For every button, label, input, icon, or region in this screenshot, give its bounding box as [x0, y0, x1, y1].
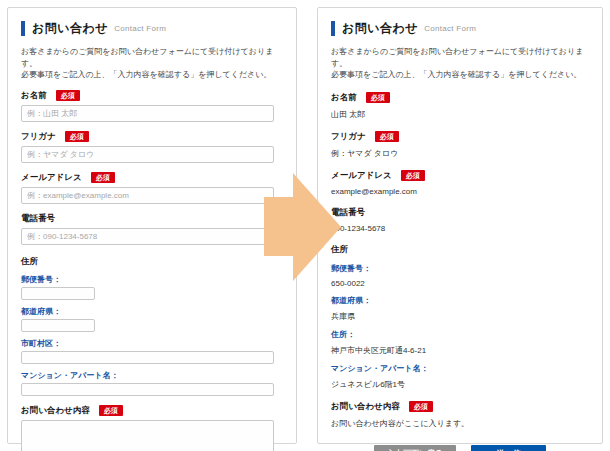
- form-header: お問い合わせ Contact Form: [21, 20, 283, 37]
- building-name-value: ジュネスビル6階1号: [331, 379, 589, 390]
- address-value: 神戸市中央区元町通4-6-21: [331, 345, 589, 356]
- required-badge: 必須: [91, 172, 115, 183]
- field-message: お問い合わせ内容 必須: [21, 405, 283, 451]
- postal-code-label: 郵便番号：: [331, 263, 589, 274]
- address-label: 住所：: [331, 329, 589, 340]
- message-textarea[interactable]: [21, 420, 274, 451]
- name-input[interactable]: [21, 105, 274, 122]
- postal-code-input[interactable]: [21, 287, 95, 300]
- name-value: 山田 太郎: [331, 109, 589, 120]
- required-badge: 必須: [56, 90, 80, 101]
- required-badge: 必須: [366, 92, 390, 103]
- field-kana: フリガナ 必須: [21, 131, 283, 163]
- intro-text: お客さまからのご質問をお問い合わせフォームにて受け付けております。 必要事項をご…: [331, 46, 589, 81]
- prefecture-label: 都道府県：: [331, 295, 589, 306]
- name-label: お名前: [331, 92, 357, 104]
- kana-label: フリガナ: [21, 131, 56, 143]
- confirm-field-email: メールアドレス 必須 example@example.com: [331, 170, 589, 196]
- page-title: お問い合わせ: [342, 20, 418, 37]
- confirm-field-name: お名前 必須 山田 太郎: [331, 92, 589, 120]
- confirmation-actions: 入力画面に戻る 送 信: [331, 445, 589, 451]
- field-email: メールアドレス 必須: [21, 172, 283, 204]
- required-badge: 必須: [409, 401, 433, 412]
- design-mock-canvas: { "header": { "title": "お問い合わせ", "subtit…: [0, 0, 610, 451]
- next-step-arrow-icon: [263, 171, 343, 283]
- required-badge: 必須: [375, 131, 399, 142]
- form-header: お問い合わせ Contact Form: [331, 20, 589, 37]
- kana-value: 例：ヤマダ タロウ: [331, 148, 589, 159]
- page-subtitle: Contact Form: [114, 24, 166, 33]
- building-name-input[interactable]: [21, 383, 274, 396]
- city-label: 市町村区：: [21, 338, 283, 349]
- intro-line-1: お客さまからのご質問をお問い合わせフォームにて受け付けております。: [331, 47, 583, 68]
- phone-value: 090-1234-5678: [331, 224, 589, 233]
- page-subtitle: Contact Form: [424, 24, 476, 33]
- prefecture-input[interactable]: [21, 319, 95, 332]
- confirm-field-message: お問い合わせ内容 必須 お問い合わせ内容がここに入ります。: [331, 401, 589, 429]
- message-value: お問い合わせ内容がここに入ります。: [331, 418, 589, 429]
- intro-line-2: 必要事項をご記入の上、「入力内容を確認する」を押してください。: [21, 70, 271, 79]
- title-accent-bar: [331, 21, 335, 36]
- prefecture-label: 都道府県：: [21, 306, 283, 317]
- right-arrow-shape: [264, 173, 341, 281]
- required-badge: 必須: [65, 131, 89, 142]
- phone-label: 電話番号: [21, 213, 55, 225]
- message-label: お問い合わせ内容: [21, 405, 90, 417]
- name-label: お名前: [21, 90, 47, 102]
- intro-line-2: 必要事項をご記入の上、「入力内容を確認する」を押してください。: [331, 70, 581, 79]
- submit-button[interactable]: 送 信: [471, 445, 546, 451]
- contact-input-form-panel: お問い合わせ Contact Form お客さまからのご質問をお問い合わせフォー…: [7, 7, 297, 444]
- address-section-heading: 住所: [331, 244, 589, 256]
- required-badge: 必須: [99, 405, 123, 416]
- field-phone: 電話番号: [21, 213, 283, 245]
- phone-input[interactable]: [21, 228, 274, 245]
- email-label: メールアドレス: [21, 172, 82, 184]
- postal-code-label: 郵便番号：: [21, 274, 283, 285]
- prefecture-value: 兵庫県: [331, 311, 589, 322]
- page-title: お問い合わせ: [32, 20, 108, 37]
- title-accent-bar: [21, 21, 25, 36]
- intro-text: お客さまからのご質問をお問い合わせフォームにて受け付けております。 必要事項をご…: [21, 46, 283, 81]
- confirm-field-kana: フリガナ 必須 例：ヤマダ タロウ: [331, 131, 589, 159]
- confirm-field-address: 住所： 神戸市中央区元町通4-6-21: [331, 329, 589, 356]
- email-input[interactable]: [21, 187, 274, 204]
- postal-code-value: 650-0022: [331, 279, 589, 288]
- kana-input[interactable]: [21, 146, 274, 163]
- required-badge: 必須: [401, 170, 425, 181]
- confirm-field-building: マンション・アパート名： ジュネスビル6階1号: [331, 363, 589, 390]
- field-name: お名前 必須: [21, 90, 283, 122]
- building-name-label: マンション・アパート名：: [21, 370, 283, 381]
- address-section-heading: 住所: [21, 256, 283, 268]
- kana-label: フリガナ: [331, 131, 366, 143]
- intro-line-1: お客さまからのご質問をお問い合わせフォームにて受け付けております。: [21, 47, 273, 68]
- confirm-field-prefecture: 都道府県： 兵庫県: [331, 295, 589, 322]
- contact-confirmation-panel: お問い合わせ Contact Form お客さまからのご質問をお問い合わせフォー…: [317, 7, 603, 444]
- building-name-label: マンション・アパート名：: [331, 363, 589, 374]
- confirm-field-phone: 電話番号 090-1234-5678: [331, 207, 589, 233]
- message-label: お問い合わせ内容: [331, 401, 400, 413]
- back-button[interactable]: 入力画面に戻る: [374, 445, 456, 451]
- email-value: example@example.com: [331, 187, 589, 196]
- city-input[interactable]: [21, 351, 274, 364]
- confirm-field-postal: 郵便番号： 650-0022: [331, 263, 589, 288]
